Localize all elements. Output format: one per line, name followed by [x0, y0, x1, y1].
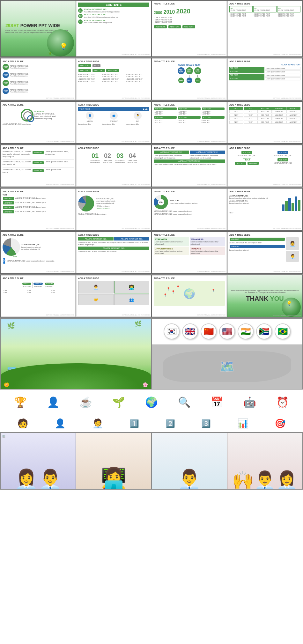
copyright-11: COPYRIGHT ASADAL, ALL RIGHTS RESERVED	[273, 141, 301, 142]
swot-strength: STRENGTH	[155, 238, 188, 241]
grid-btn-4[interactable]: ADD TEXT	[154, 116, 177, 119]
slide-world-map: ADD A TITLE SLIDE 🌍 📍 📍 📍 📍 📍 COPYRIGHT …	[152, 275, 227, 317]
slide-two-company: ADD A TITLE SLIDE ASADAL INTERNET INC. A…	[152, 145, 227, 187]
pb-btn-2[interactable]: ADD TEXT	[3, 201, 14, 204]
grid-btn-6[interactable]: ADD TEXT	[202, 116, 225, 119]
slide-swot: ADD A TITLE SLIDE STRENGTH Lorem ipsum d…	[152, 232, 227, 273]
balloon-btn-3[interactable]: ADD TEXT	[45, 283, 54, 285]
person-figure-1: 🧑	[17, 418, 28, 429]
circle-2: TEXT	[3, 72, 9, 78]
slide-pie-large: ADD A TITLE SLIDE 20% ASADAL INTERNET, I…	[1, 232, 76, 273]
flag-uk: 🇬🇧	[182, 323, 198, 339]
grid-btn-3[interactable]: ADD TEXT	[202, 107, 225, 110]
slide-click-table: ADD A TITLE SLIDE CLICK TO ADD TEXT ADD …	[227, 58, 302, 100]
addtext-b2[interactable]: ADD TEXT	[277, 151, 289, 154]
slide-title-phc: ADD A TITLE SLIDE	[78, 277, 149, 279]
flag-india: 🇮🇳	[238, 323, 254, 339]
contents-text-3: ASADAL INTERNET, INC. www.asadal.com for…	[84, 19, 112, 24]
grid-btn-2[interactable]: ADD TEXT	[178, 107, 201, 110]
copyright-13: COPYRIGHT ASADAL, ALL RIGHTS RESERVED	[122, 184, 150, 186]
copyright-19: COPYRIGHT ASADAL, ALL RIGHTS RESERVED	[273, 227, 301, 229]
person-figure-3: 🧑‍💼	[92, 418, 103, 429]
slide-title-pp: ADD A TITLE SLIDE	[229, 234, 300, 236]
company-3: ASADAL INTERNET INC.	[154, 159, 225, 163]
flow-text-label: TEXT	[79, 108, 84, 110]
balloon-btn-1[interactable]: ADD TEXT	[22, 283, 31, 285]
gray-world-map: 🗺️	[152, 344, 302, 389]
addtext-b1[interactable]: ADD TEXT	[241, 151, 253, 154]
pb-btn-4[interactable]: ADD TEXT	[3, 210, 14, 213]
people-photo-4: 🙌👨‍💼👩‍💼	[227, 433, 302, 489]
icon-globe: 🌍	[145, 396, 158, 408]
slide-title-4b: ADD A TITLE SLIDE	[229, 147, 300, 149]
icon-person-1: 👤	[47, 396, 60, 408]
num-figure-2: 2️⃣	[166, 419, 175, 428]
desc-btn-1[interactable]: ADD TEXT	[33, 151, 44, 154]
photo-2: 👩‍💻	[114, 281, 150, 293]
people-photo-1: 👩‍💼👨‍💼 🏢	[1, 433, 76, 489]
slide-balloon-arrows: ADD A TITLE SLIDE ADD TEXT ADD TEXT ADD …	[1, 275, 76, 317]
contents-num-3: 03	[78, 19, 83, 24]
bar-text-val: TEXT	[229, 212, 300, 214]
year-2020: 2020	[176, 8, 190, 15]
slide-title-ba: ADD A TITLE SLIDE	[3, 277, 74, 279]
slide-photo-collage: ADD A TITLE SLIDE 👨‍💼 👩‍💻 🤝 👥 COPYRIGHT …	[76, 275, 151, 317]
contents-row-2: 02 ASADAL INTERNET, INC. More than 3,000…	[78, 14, 149, 18]
bubble-2: TEXT	[178, 78, 184, 83]
thank-you-desc: Asadal has been running one of the bigge…	[227, 290, 302, 293]
pb-btn-3[interactable]: ADD TEXT	[3, 206, 14, 209]
slide-donut-chart: ADD A TITLE SLIDE 65% ADD TEXT Lorem ips…	[152, 189, 227, 230]
step-03: 03	[115, 152, 126, 159]
bubble-4: TEXT	[187, 78, 192, 83]
contents-row-3: 03 ASADAL INTERNET, INC. www.asadal.com …	[78, 19, 149, 24]
balloon-btn-2[interactable]: ADD TEXT	[33, 283, 42, 285]
slide-years: ADD A TITLE SLIDE 2000 2010 2020 • CLICK…	[152, 1, 227, 56]
pp-btn-1[interactable]: ADD TEXT	[230, 238, 285, 241]
slide-addtext-grid: ADD A TITLE SLIDE ADD TEXT ADD TEXT ADD …	[152, 102, 227, 143]
addtext-b4[interactable]: ADD TEXT	[248, 162, 259, 165]
btn-add-text-2[interactable]: ADD TEXT	[168, 25, 181, 28]
people-photo-3: 👨‍💼	[152, 433, 227, 489]
icon-trophy: 🏆	[14, 396, 27, 408]
company-2: ASADAL INTERNET INC.	[190, 151, 225, 154]
cc-company-2: ASADAL INTERNET INC.	[114, 237, 150, 241]
btn-add-text-3[interactable]: ADD TEXT	[182, 25, 195, 28]
slide-company-compare: ADD A TITLE SLIDE ASADAL INTERNET INC. A…	[76, 232, 151, 273]
row-item-2: TEXT ASADAL INTERNET, INC.Asadal has bee…	[3, 72, 74, 78]
slide-title-tc: ADD A TITLE SLIDE	[3, 60, 74, 63]
grid-btn-5[interactable]: ADD TEXT	[178, 116, 201, 119]
slide-table-grid: ADD A TITLE SLIDE TEXT TEXT ADD TEXT ADD…	[227, 102, 302, 143]
flow-text-label-2: TEXT	[85, 108, 90, 110]
slide-title-tg: ADD A TITLE SLIDE	[229, 104, 300, 106]
addtext-b5[interactable]: ADD TEXT	[277, 158, 289, 161]
btn-addtext-b[interactable]: ADD TEXT	[78, 69, 91, 72]
btn-addtext-c[interactable]: ADD TEXT	[92, 69, 105, 72]
divider-1	[3, 159, 74, 159]
pb-btn-1[interactable]: ADD TEXT	[3, 197, 14, 200]
desc-btn-2[interactable]: ADD TEXT	[33, 161, 44, 164]
slide-years-text: • CLICK TO ADD TEXT • CLICK TO ADD TEXT …	[154, 17, 225, 23]
slide-title-pb: ADD A TITLE SLIDE	[3, 190, 74, 193]
btn-text-a[interactable]: TEXT	[92, 64, 100, 67]
btn-addtext-d[interactable]: ADD TEXT	[106, 69, 119, 72]
addtext-b3[interactable]: ADD TEXT	[235, 162, 246, 165]
click-to-add-text-2: CLICK TO ADD TEXT	[229, 64, 300, 66]
pp-btn-2[interactable]: ADD TEXT	[230, 245, 285, 248]
grid-btn-1[interactable]: ADD TEXT	[154, 107, 177, 110]
btn-add-text-1[interactable]: ADD TEXT	[154, 25, 167, 28]
you-text: YOU	[270, 295, 284, 302]
main-container: 29SET POWER PPT WIDE Asadal has been run…	[0, 0, 303, 490]
people-icons-section: 🧑 👤 🧑‍💼 1️⃣ 2️⃣ 3️⃣ 📊 🎯	[0, 415, 303, 432]
copyright-24: COPYRIGHT ASADAL, ALL RIGHTS RESERVED	[46, 314, 74, 316]
slide-boxes-layout: ADD A TITLE SLIDE 01 CLICK TO ADD TEXT 0…	[227, 1, 302, 56]
slide-title-years: ADD A TITLE SLIDE	[154, 3, 225, 5]
contents-text-2: ASADAL INTERNET, INC. More than 3,000,00…	[84, 14, 118, 18]
slide-title-cb: ADD A TITLE SLIDE	[154, 60, 225, 63]
row-item-3: TEXT ASADAL INTERNET, INC.Asadal has bee…	[3, 80, 74, 86]
bar-chart-text: ASADAL INTERNET, INC. Lorem ipsum dolor …	[229, 195, 280, 204]
gears-text: ADD TEXT ASADAL INTERNET, INC. Lorem ips…	[34, 110, 55, 120]
icon-plant: 🌱	[112, 396, 125, 408]
btn-addtext-a[interactable]: ADD TEXT	[78, 64, 91, 67]
desc-btn-3[interactable]: ADD TEXT	[33, 169, 44, 172]
copyright-7: COPYRIGHT ASADAL, ALL RIGHTS RESERVED	[273, 97, 301, 99]
